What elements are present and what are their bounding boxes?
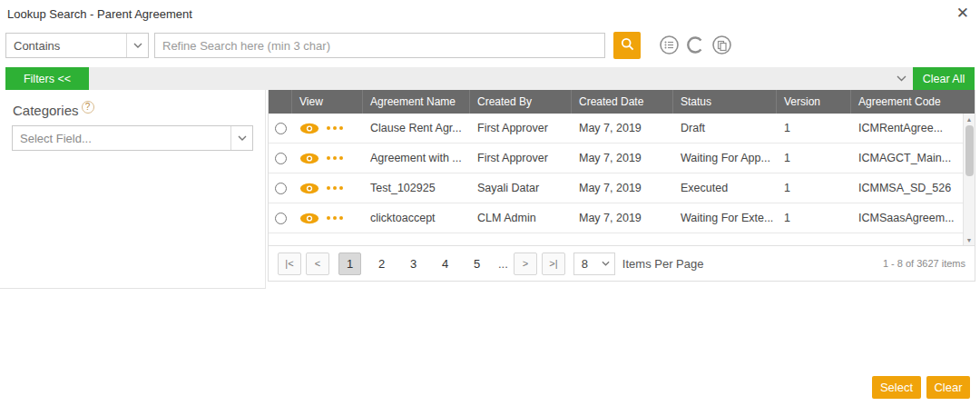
view-eye-icon[interactable] bbox=[299, 123, 319, 134]
cell-agreement-code: ICMMSA_SD_526 bbox=[851, 173, 975, 203]
cell-created-by: CLM Admin bbox=[470, 203, 572, 233]
last-page-button[interactable]: >| bbox=[542, 253, 565, 275]
chevron-down-icon bbox=[598, 253, 614, 274]
search-operator-select[interactable]: Contains bbox=[5, 33, 149, 58]
first-page-button[interactable]: |< bbox=[278, 253, 301, 275]
table-row: clicktoaccept CLM Admin May 7, 2019 Wait… bbox=[269, 203, 975, 233]
view-eye-icon[interactable] bbox=[299, 183, 319, 194]
cell-agreement-code: ICMRentAgree... bbox=[851, 114, 975, 143]
cell-agreement-code: ICMAGCT_Main... bbox=[851, 144, 975, 173]
chevron-down-icon bbox=[126, 34, 148, 57]
cell-status: Waiting For Exte... bbox=[673, 203, 777, 233]
search-button[interactable] bbox=[613, 32, 641, 59]
cell-agreement-name: Agreement with ... bbox=[363, 144, 470, 173]
table-row: Clause Rent Agr... First Approver May 7,… bbox=[269, 114, 975, 144]
row-select-radio[interactable] bbox=[275, 123, 287, 134]
cell-created-date: May 7, 2019 bbox=[572, 173, 673, 203]
cell-version: 1 bbox=[777, 203, 851, 233]
cell-created-by: First Approver bbox=[470, 144, 572, 173]
filters-toggle-button[interactable]: Filters << bbox=[5, 67, 89, 90]
help-icon[interactable]: ? bbox=[82, 101, 94, 114]
row-actions-icon[interactable] bbox=[327, 126, 343, 130]
page-number-2[interactable]: 2 bbox=[370, 253, 393, 275]
prev-page-button[interactable]: < bbox=[306, 253, 329, 275]
cell-status: Executed bbox=[673, 173, 777, 203]
header-created-date[interactable]: Created Date bbox=[572, 90, 673, 114]
view-eye-icon[interactable] bbox=[299, 213, 319, 224]
cell-created-by: Sayali Datar bbox=[470, 173, 572, 203]
page-number-5[interactable]: 5 bbox=[466, 253, 488, 275]
search-toolbar bbox=[659, 35, 732, 55]
cell-version: 1 bbox=[777, 173, 851, 203]
table-row: Test_102925 Sayali Datar May 7, 2019 Exe… bbox=[269, 173, 975, 203]
table-row: Agreement with ... First Approver May 7,… bbox=[269, 144, 975, 173]
select-button[interactable]: Select bbox=[872, 376, 921, 399]
clear-all-button[interactable]: Clear All bbox=[913, 67, 975, 90]
search-icon bbox=[621, 37, 634, 54]
cell-agreement-name: Test_102925 bbox=[363, 173, 470, 203]
cell-version: 1 bbox=[777, 114, 851, 143]
page-number-1[interactable]: 1 bbox=[338, 253, 361, 275]
grid-header-row: View Agreement Name Created By Created D… bbox=[269, 90, 975, 114]
items-per-page-label: Items Per Page bbox=[622, 257, 704, 271]
next-page-button[interactable]: > bbox=[514, 253, 537, 275]
pagination-bar: |< < 1 2 3 4 5 ... > >| 8 Items Per Page… bbox=[269, 245, 975, 281]
clear-button[interactable]: Clear bbox=[926, 376, 970, 399]
cell-created-date: May 7, 2019 bbox=[572, 114, 673, 143]
cell-created-date: May 7, 2019 bbox=[572, 144, 673, 173]
vertical-scrollbar[interactable]: ▲ ▼ bbox=[963, 114, 975, 246]
page-number-3[interactable]: 3 bbox=[402, 253, 425, 275]
page-number-4[interactable]: 4 bbox=[434, 253, 456, 275]
page-ellipsis: ... bbox=[498, 257, 508, 271]
cell-status: Draft bbox=[673, 114, 777, 143]
header-status[interactable]: Status bbox=[673, 90, 777, 114]
filter-bar-expander[interactable] bbox=[889, 67, 913, 90]
dialog-title: Lookup Search - Parent Agreement bbox=[7, 7, 192, 21]
results-grid: View Agreement Name Created By Created D… bbox=[268, 90, 975, 282]
category-field-placeholder: Select Field... bbox=[13, 132, 230, 145]
header-version[interactable]: Version bbox=[777, 90, 851, 114]
row-actions-icon[interactable] bbox=[327, 156, 343, 160]
search-operator-value: Contains bbox=[6, 39, 126, 53]
category-field-select[interactable]: Select Field... bbox=[12, 125, 253, 151]
header-agreement-code[interactable]: Agreement Code bbox=[851, 90, 975, 114]
search-input[interactable] bbox=[154, 33, 605, 58]
cell-version: 1 bbox=[777, 144, 851, 173]
cell-agreement-name: clicktoaccept bbox=[363, 203, 470, 233]
view-eye-icon[interactable] bbox=[299, 153, 319, 164]
header-agreement-name[interactable]: Agreement Name bbox=[363, 90, 470, 114]
cell-created-by: First Approver bbox=[470, 114, 572, 143]
list-view-circle-icon[interactable] bbox=[659, 35, 680, 55]
scrollbar-thumb[interactable] bbox=[965, 125, 974, 176]
close-icon[interactable]: ✕ bbox=[956, 4, 969, 23]
items-per-page-select[interactable]: 8 bbox=[573, 253, 615, 275]
row-select-radio[interactable] bbox=[275, 153, 287, 164]
categories-heading: Categories? bbox=[13, 101, 94, 118]
results-range-label: 1 - 8 of 3627 items bbox=[883, 258, 965, 269]
row-select-radio[interactable] bbox=[275, 213, 287, 224]
filter-bar bbox=[89, 67, 913, 90]
scroll-up-icon[interactable]: ▲ bbox=[964, 114, 975, 125]
categories-panel: Categories? Select Field... bbox=[0, 90, 266, 289]
cell-agreement-name: Clause Rent Agr... bbox=[363, 114, 470, 143]
cell-status: Waiting For App... bbox=[673, 144, 777, 173]
chevron-down-icon bbox=[230, 126, 252, 150]
grid-body: Clause Rent Agr... First Approver May 7,… bbox=[269, 114, 975, 246]
cell-created-date: May 7, 2019 bbox=[572, 203, 673, 233]
items-per-page-value: 8 bbox=[574, 257, 598, 271]
row-actions-icon[interactable] bbox=[327, 186, 343, 190]
header-select-column bbox=[269, 90, 292, 114]
header-view[interactable]: View bbox=[292, 90, 363, 114]
row-actions-icon[interactable] bbox=[327, 216, 343, 220]
cell-agreement-code: ICMSaasAgreem... bbox=[851, 203, 975, 233]
saved-search-book-circle-icon[interactable] bbox=[711, 35, 732, 55]
recent-searches-circle-icon[interactable] bbox=[685, 35, 706, 55]
row-select-radio[interactable] bbox=[275, 183, 287, 194]
header-created-by[interactable]: Created By bbox=[470, 90, 572, 114]
